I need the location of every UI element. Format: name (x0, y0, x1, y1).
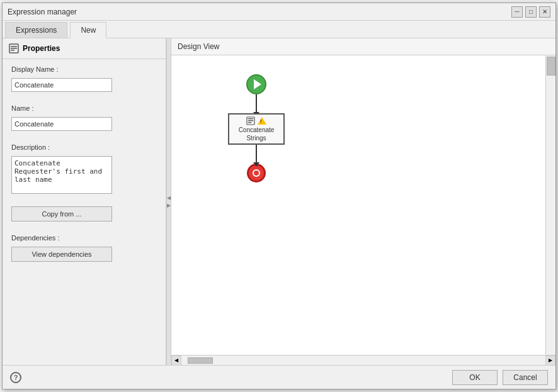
flow-arrow-1 (256, 94, 257, 113)
scroll-right-button[interactable]: ▶ (545, 356, 555, 366)
dependencies-label: Dependencies : (11, 234, 157, 242)
form-section: Display Name : (3, 59, 166, 98)
title-bar: Expression manager ─ □ ✕ (3, 3, 555, 21)
description-textarea[interactable]: Concatenate Requester's first and last n… (11, 156, 112, 194)
node-label-1: Concatenate (239, 126, 275, 133)
description-label: Description : (11, 143, 157, 151)
name-input[interactable] (11, 117, 112, 131)
svg-rect-6 (248, 120, 253, 121)
name-label: Name : (11, 104, 157, 112)
flow-diagram: Concatenate Strings (228, 62, 285, 182)
h-scrollbar-track (181, 357, 545, 364)
process-node[interactable]: Concatenate Strings (228, 113, 285, 145)
properties-header: Properties (3, 38, 166, 59)
play-icon (254, 79, 261, 89)
design-canvas: Concatenate Strings (171, 55, 555, 365)
h-scrollbar-thumb[interactable] (188, 357, 213, 364)
horizontal-scrollbar[interactable]: ◀ ▶ (171, 355, 555, 365)
footer-left: ? (10, 372, 21, 383)
process-node-inner: Concatenate Strings (239, 116, 275, 142)
vertical-scrollbar[interactable] (545, 55, 555, 355)
expression-manager-window: Expression manager ─ □ ✕ Expressions New… (2, 3, 556, 389)
start-node[interactable] (246, 74, 266, 94)
scroll-left-button[interactable]: ◀ (171, 356, 181, 366)
node-label-2: Strings (246, 135, 266, 142)
panel-resize-handle[interactable]: ◀ ▶ (166, 38, 171, 365)
display-name-label: Display Name : (11, 65, 157, 73)
cancel-button[interactable]: Cancel (503, 370, 548, 385)
svg-rect-2 (11, 48, 17, 49)
window-controls: ─ □ ✕ (511, 6, 550, 18)
process-icon-row (246, 116, 266, 125)
dependencies-section: Dependencies : View dependencies (3, 228, 166, 268)
description-section: Description : Concatenate Requester's fi… (3, 137, 166, 200)
main-content: Properties Display Name : Name : Descrip… (3, 38, 555, 365)
footer: ? OK Cancel (3, 365, 555, 389)
svg-rect-7 (248, 122, 251, 123)
stop-inner (254, 171, 259, 176)
stop-icon (253, 169, 260, 177)
copy-from-section: Copy from ... (3, 200, 166, 228)
copy-from-button[interactable]: Copy from ... (11, 206, 112, 221)
properties-icon (9, 43, 19, 53)
properties-title: Properties (23, 44, 60, 53)
svg-rect-5 (248, 118, 253, 120)
close-button[interactable]: ✕ (539, 6, 550, 18)
svg-rect-3 (11, 50, 14, 51)
display-name-input[interactable] (11, 78, 112, 92)
right-panel: Design View (171, 38, 555, 365)
vertical-scrollbar-thumb[interactable] (547, 57, 555, 76)
canvas-area: Concatenate Strings (171, 55, 545, 355)
svg-rect-1 (11, 46, 17, 47)
name-section: Name : (3, 98, 166, 137)
window-title: Expression manager (8, 8, 77, 16)
warning-icon (258, 117, 266, 125)
minimize-button[interactable]: ─ (511, 6, 523, 18)
flow-arrow-2 (256, 145, 257, 164)
help-icon[interactable]: ? (10, 372, 21, 383)
design-view-header: Design View (171, 38, 555, 55)
footer-right: OK Cancel (452, 370, 548, 385)
maximize-button[interactable]: □ (525, 6, 537, 18)
view-dependencies-button[interactable]: View dependencies (11, 247, 112, 262)
left-panel: Properties Display Name : Name : Descrip… (3, 38, 166, 365)
tabs-bar: Expressions New (3, 21, 555, 38)
tab-expressions[interactable]: Expressions (5, 22, 67, 38)
db-icon (246, 116, 255, 125)
tab-new[interactable]: New (70, 22, 106, 38)
ok-button[interactable]: OK (452, 370, 498, 385)
